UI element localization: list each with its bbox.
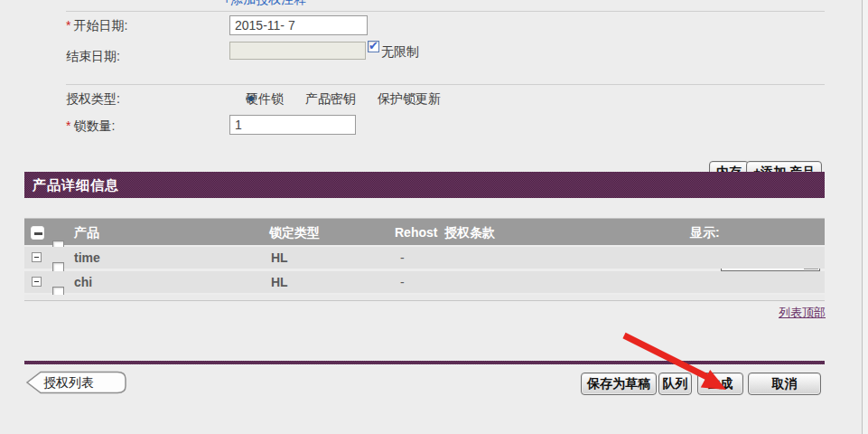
required-marker: * — [66, 118, 70, 133]
product-details-bar: 产品详细信息 — [24, 172, 825, 198]
end-date-label: 结束日期: — [66, 49, 120, 65]
rehost-value: - — [400, 275, 405, 289]
collapse-row-icon[interactable] — [32, 277, 42, 287]
table-bottom-border — [24, 300, 825, 301]
col-rehost: Rehost — [395, 225, 437, 240]
window-edge — [862, 0, 868, 434]
footer-divider — [24, 361, 825, 364]
collapse-row-icon[interactable] — [32, 252, 42, 262]
col-product: 产品 — [74, 225, 99, 241]
start-date-input[interactable] — [229, 15, 368, 35]
required-marker: * — [66, 18, 70, 33]
unlimited-checkbox[interactable] — [368, 41, 379, 52]
lock-type-value: HL — [271, 275, 288, 289]
lock-count-label: *锁数量: — [66, 118, 115, 135]
collapse-all-icon[interactable] — [31, 226, 44, 240]
radio-hardware-lock-label: 硬件锁 — [246, 91, 284, 108]
col-terms: 授权条款 — [444, 225, 495, 241]
start-date-label-text: 开始日期: — [73, 18, 127, 33]
rehost-value: - — [400, 250, 405, 265]
lock-type-value: HL — [271, 250, 288, 265]
table-row[interactable]: chi HL - — [24, 271, 825, 293]
lock-count-input[interactable] — [229, 115, 356, 135]
start-date-label: *开始日期: — [66, 18, 127, 34]
save-draft-button[interactable]: 保存为草稿 — [581, 373, 657, 395]
auth-type-label: 授权类型: — [66, 91, 120, 108]
col-lock-type: 锁定类型 — [269, 225, 320, 241]
product-details-title: 产品详细信息 — [24, 172, 825, 198]
radio-dongle-update-label: 保护锁更新 — [378, 91, 441, 108]
table-header: 产品 锁定类型 Rehost 授权条款 显示: 可配置的 — [24, 218, 825, 245]
radio-product-key-label: 产品密钥 — [305, 91, 356, 108]
page: +添加授权注释 *开始日期: 结束日期: 无限制 授权类型: 硬件锁 产品密钥 … — [0, 0, 868, 434]
back-to-license-list-button[interactable]: 授权列表 — [25, 371, 128, 394]
queue-button[interactable]: 队列 — [658, 373, 692, 395]
table-row[interactable]: time HL - — [24, 247, 825, 269]
generate-button[interactable]: 生成 — [697, 373, 743, 395]
product-name: time — [74, 250, 100, 265]
add-license-note-link[interactable]: +添加授权注释 — [223, 0, 306, 8]
product-name: chi — [74, 275, 92, 289]
lock-count-label-text: 锁数量: — [73, 118, 115, 133]
list-top-link[interactable]: 列表顶部 — [779, 305, 826, 321]
back-button-label: 授权列表 — [43, 375, 94, 392]
divider — [66, 84, 825, 85]
divider — [66, 11, 825, 12]
show-label: 显示: — [690, 225, 720, 241]
unlimited-label: 无限制 — [381, 44, 419, 61]
cancel-button[interactable]: 取消 — [748, 373, 821, 395]
end-date-input — [229, 42, 366, 60]
red-arrow-annotation — [0, 0, 868, 434]
